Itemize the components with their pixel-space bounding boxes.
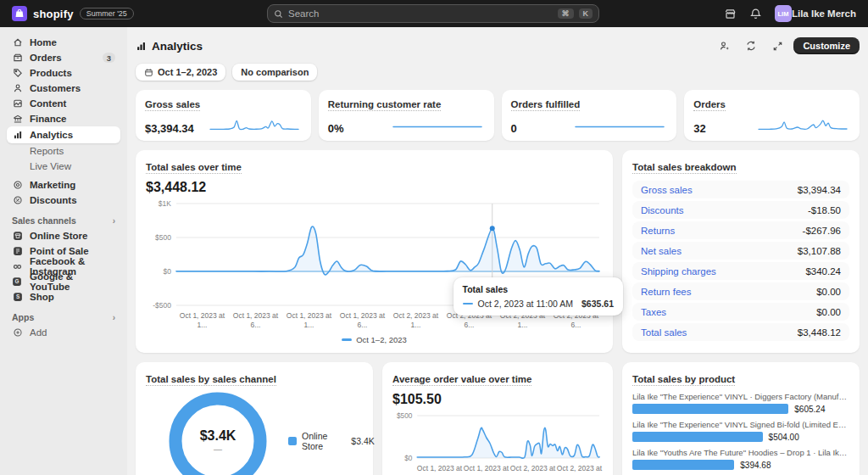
store-icon[interactable] xyxy=(724,8,737,20)
breakdown-link[interactable]: Shipping charges xyxy=(641,266,716,277)
svg-text:G: G xyxy=(15,278,19,284)
online-store-icon xyxy=(12,231,23,241)
tooltip-series-swatch xyxy=(463,303,473,305)
search-placeholder: Search xyxy=(288,8,553,19)
breakdown-link[interactable]: Gross sales xyxy=(641,185,693,195)
sales-by-product-panel: Total sales by product Lila Ike "The Exp… xyxy=(622,362,860,475)
sparkline-chart xyxy=(574,115,667,135)
metric-value: $3,394.34 xyxy=(145,122,194,135)
total-sales-value: $3,448.12 xyxy=(146,180,603,195)
metric-card-returning-rate[interactable]: Returning customer rate 0% xyxy=(319,90,494,141)
sidebar-item-google-youtube[interactable]: G Google & YouTube xyxy=(7,274,120,289)
sidebar: Home Orders 3 Products Customers Content… xyxy=(0,27,127,475)
chevron-right-icon: › xyxy=(113,313,115,322)
product-bar[interactable] xyxy=(632,460,734,470)
breakdown-link[interactable]: Taxes xyxy=(641,307,666,317)
product-row: Lila Ike "The Experience" VINYL Signed B… xyxy=(632,420,849,442)
breakdown-row: Discounts-$18.50 xyxy=(632,201,849,219)
sidebar-item-add-app[interactable]: Add xyxy=(7,325,120,340)
metric-card-orders[interactable]: Orders 32 xyxy=(684,90,860,141)
assistant-button[interactable] xyxy=(715,36,735,55)
svg-text:$500: $500 xyxy=(155,233,171,242)
sidebar-item-home[interactable]: Home xyxy=(7,35,120,50)
sidebar-item-analytics[interactable]: Analytics xyxy=(7,126,120,143)
sidebar-item-online-store[interactable]: Online Store xyxy=(7,228,120,243)
product-row: Lila Ike "Youths Are The Future" Hoodies… xyxy=(632,448,849,470)
analytics-bars-icon xyxy=(12,130,23,140)
orders-icon xyxy=(12,53,23,63)
breakdown-link[interactable]: Discounts xyxy=(641,205,684,215)
topbar: shopify Summer '25 Search ⌘ K LIM Lila I… xyxy=(0,0,868,27)
discounts-percent-icon xyxy=(12,195,23,205)
user-name: Lila Ike Merch xyxy=(792,8,856,19)
chart-tooltip: Total sales Oct 2, 2023 at 11:00 AM $635… xyxy=(453,277,623,316)
sidebar-item-orders[interactable]: Orders 3 xyxy=(7,50,120,65)
sidebar-item-live-view[interactable]: Live View xyxy=(7,159,120,174)
fullscreen-button[interactable] xyxy=(767,36,787,55)
panel-title: Total sales breakdown xyxy=(632,162,737,174)
products-tag-icon xyxy=(12,68,23,78)
sidebar-item-discounts[interactable]: Discounts xyxy=(7,193,120,208)
refresh-button[interactable] xyxy=(741,36,761,55)
avg-order-value: $105.50 xyxy=(392,392,603,407)
avg-order-value-line-chart[interactable]: $500$0 xyxy=(392,411,603,463)
sidebar-item-finance[interactable]: Finance xyxy=(7,111,120,126)
product-bar[interactable] xyxy=(632,404,788,414)
svg-text:$1K: $1K xyxy=(159,199,171,208)
sidebar-item-customers[interactable]: Customers xyxy=(7,81,120,96)
panel-title: Total sales by product xyxy=(632,374,735,386)
shortcut-cmd-key: ⌘ xyxy=(558,8,574,19)
svg-text:-$500: -$500 xyxy=(153,301,171,310)
sidebar-item-content[interactable]: Content xyxy=(7,96,120,111)
comparison-selector[interactable]: No comparison xyxy=(232,64,317,81)
breakdown-link[interactable]: Returns xyxy=(641,226,675,236)
analytics-icon xyxy=(136,41,147,52)
breakdown-row: Total sales$3,448.12 xyxy=(632,323,849,341)
marketing-target-icon xyxy=(12,180,23,190)
donut-chart[interactable]: $3.4K — xyxy=(168,391,268,475)
breakdown-link[interactable]: Net sales xyxy=(641,246,682,256)
donut-center-dash: — xyxy=(214,444,222,454)
content-media-icon xyxy=(12,98,23,109)
chart-legend: Oct 1–2, 2023 xyxy=(146,335,603,344)
metric-cards: Gross sales $3,394.34 Returning customer… xyxy=(136,90,860,141)
calendar-icon xyxy=(144,68,153,77)
shopify-logo[interactable]: shopify Summer '25 xyxy=(12,6,134,21)
breakdown-row: Returns-$267.96 xyxy=(632,221,849,239)
user-menu[interactable]: LIM Lila Ike Merch xyxy=(775,5,856,22)
metric-card-gross-sales[interactable]: Gross sales $3,394.34 xyxy=(136,90,311,141)
product-row: Lila Ike "The Experience" VINYL · Digger… xyxy=(632,392,849,414)
donut-center-value: $3.4K xyxy=(200,428,236,444)
channel-legend: Online Store $3.4K xyxy=(288,431,375,451)
legend-swatch xyxy=(288,437,297,445)
add-plus-icon xyxy=(12,327,23,338)
customize-button[interactable]: Customize xyxy=(793,37,860,54)
metric-value: 0 xyxy=(511,122,517,135)
svg-text:$0: $0 xyxy=(404,454,413,462)
breakdown-link[interactable]: Return fees xyxy=(641,287,691,297)
search-input[interactable]: Search ⌘ K xyxy=(267,4,599,23)
product-bar[interactable] xyxy=(632,432,763,442)
x-axis-labels: Oct 1, 2023 at1... Oct 1, 2023 at1... Oc… xyxy=(416,464,603,475)
apps-section-header[interactable]: Apps › xyxy=(7,310,120,325)
home-icon xyxy=(12,37,23,48)
edition-badge: Summer '25 xyxy=(80,8,134,20)
date-range-picker[interactable]: Oct 1–2, 2023 xyxy=(136,64,225,81)
customers-person-icon xyxy=(12,83,23,93)
metric-card-orders-fulfilled[interactable]: Orders fulfilled 0 xyxy=(502,90,677,141)
chevron-right-icon: › xyxy=(113,216,115,226)
metric-value: 0% xyxy=(328,122,344,135)
notifications-bell-icon[interactable] xyxy=(749,8,762,20)
metric-value: 32 xyxy=(693,122,705,135)
sales-channels-section-header[interactable]: Sales channels › xyxy=(7,213,120,228)
breakdown-row: Return fees$0.00 xyxy=(632,282,849,300)
sparkline-chart xyxy=(209,115,302,135)
sparkline-chart xyxy=(757,115,850,135)
sidebar-item-marketing[interactable]: Marketing xyxy=(7,177,120,193)
panel-title: Average order value over time xyxy=(392,374,531,386)
panel-title: Total sales over time xyxy=(146,162,242,174)
google-icon: G xyxy=(12,277,23,287)
breakdown-link[interactable]: Total sales xyxy=(641,327,687,338)
sidebar-item-products[interactable]: Products xyxy=(7,65,120,81)
sidebar-item-reports[interactable]: Reports xyxy=(7,143,120,159)
